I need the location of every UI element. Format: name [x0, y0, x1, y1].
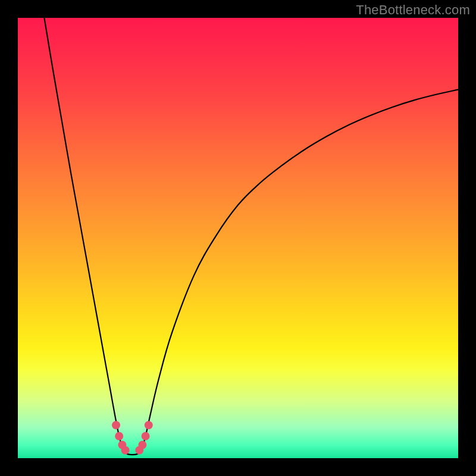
watermark-text: TheBottleneck.com [356, 2, 470, 18]
chart-svg [18, 18, 458, 458]
series-left-branch [44, 18, 123, 452]
marker-valley-dots [142, 432, 150, 440]
series-right-branch [141, 90, 458, 452]
marker-valley-dots [138, 441, 146, 449]
marker-valley-dots [145, 421, 153, 430]
series-layer [44, 18, 458, 455]
marker-valley-dots [115, 432, 123, 440]
marker-layer [112, 421, 153, 455]
plot-area [18, 18, 458, 458]
marker-valley-dots [121, 446, 130, 455]
marker-valley-dots [112, 421, 120, 430]
chart-frame: TheBottleneck.com [0, 0, 476, 476]
